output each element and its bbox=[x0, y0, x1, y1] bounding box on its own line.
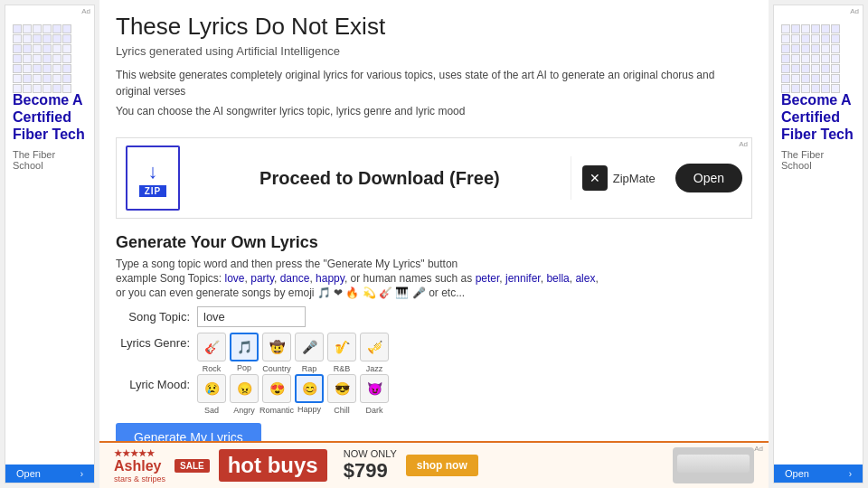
genre-rap-button[interactable]: 🎤Rap bbox=[295, 333, 324, 361]
lyric-mood-label: Lyric Mood: bbox=[116, 374, 197, 391]
bottom-ad-label: Ad bbox=[754, 445, 763, 453]
left-ad-graphic bbox=[13, 24, 80, 88]
right-ad-chevron-icon: › bbox=[849, 469, 852, 479]
main-content: These Lyrics Do Not Exist Lyrics generat… bbox=[99, 0, 769, 488]
inner-ad-proceed-text: Proceed to Download (Free) bbox=[189, 168, 571, 189]
right-ad: Ad Become A Certified Fiber Tech The Fib… bbox=[773, 5, 863, 483]
description-line1: This website generates completely origin… bbox=[116, 67, 752, 99]
example-name-peter[interactable]: peter bbox=[476, 272, 500, 285]
sale-badge: SALE bbox=[175, 459, 210, 473]
ashley-logo: ★★★★★ Ashley stars & stripes bbox=[114, 448, 165, 483]
generate-title: Generate Your Own Lyrics bbox=[116, 233, 752, 252]
example-topic-dance[interactable]: dance bbox=[280, 272, 310, 285]
left-ad-source: The Fiber School bbox=[13, 149, 87, 171]
inner-ad-banner: Ad ↓ ZIP Proceed to Download (Free) ✕ Zi… bbox=[116, 137, 752, 219]
left-ad-title: Become A Certified Fiber Tech bbox=[13, 91, 87, 144]
ashley-stars: ★★★★★ bbox=[114, 448, 155, 458]
example-topic-happy[interactable]: happy bbox=[316, 272, 344, 285]
mattress-image bbox=[673, 447, 754, 483]
generate-instructions: Type a song topic word and then press th… bbox=[116, 258, 752, 270]
ashley-stripes: stars & stripes bbox=[114, 474, 165, 483]
left-ad-open-button[interactable]: Open › bbox=[5, 465, 94, 483]
right-ad-label: Ad bbox=[774, 5, 863, 17]
mood-chill-button[interactable]: 😎Chill bbox=[327, 374, 356, 403]
genre-country-button[interactable]: 🤠Country bbox=[262, 333, 291, 361]
example-topic-party[interactable]: party bbox=[250, 272, 274, 285]
mood-icons-group: 😢Sad 😠Angry 😍Romantic 😊Happy 😎Chill 😈Dar… bbox=[197, 374, 389, 403]
page-wrapper: Ad Become A Certified Fiber Tech The Fib… bbox=[0, 0, 868, 488]
zip-icon-container: ↓ ZIP bbox=[117, 138, 189, 218]
left-ad: Ad Become A Certified Fiber Tech The Fib… bbox=[5, 5, 95, 483]
mood-sad-button[interactable]: 😢Sad bbox=[197, 374, 226, 403]
price-text: $799 bbox=[344, 459, 397, 483]
inner-ad-label: Ad bbox=[739, 140, 748, 148]
left-ad-label: Ad bbox=[5, 5, 94, 17]
right-ad-open-button[interactable]: Open › bbox=[774, 465, 863, 483]
inner-ad-app-name: ZipMate bbox=[613, 172, 656, 185]
genre-jazz-button[interactable]: 🎺Jazz bbox=[360, 333, 389, 361]
zipmate-icon: ✕ bbox=[582, 165, 608, 191]
lyric-mood-row: Lyric Mood: 😢Sad 😠Angry 😍Romantic 😊Happy… bbox=[116, 374, 752, 403]
example-name-alex[interactable]: alex bbox=[575, 272, 595, 285]
lyrics-genre-row: Lyrics Genre: 🎸Rock 🎵Pop 🤠Country 🎤Rap 🎷… bbox=[116, 333, 752, 361]
genre-rock-button[interactable]: 🎸Rock bbox=[197, 333, 226, 361]
example-name-bella[interactable]: bella bbox=[546, 272, 569, 285]
left-ad-chevron-icon: › bbox=[80, 469, 83, 479]
inner-ad-open-button[interactable]: Open bbox=[675, 164, 742, 192]
genre-rnb-button[interactable]: 🎷R&B bbox=[327, 333, 356, 361]
mood-dark-button[interactable]: 😈Dark bbox=[360, 374, 389, 403]
emoji-line: or you can even generate songs by emoji … bbox=[116, 286, 752, 299]
inner-ad-app-info: ✕ ZipMate bbox=[571, 156, 666, 200]
page-subtitle: Lyrics generated using Artificial Intell… bbox=[116, 44, 752, 58]
example-topics-line: example Song Topics: love, party, dance,… bbox=[116, 272, 752, 285]
song-topic-row: Song Topic: bbox=[116, 306, 752, 327]
right-ad-title: Become A Certified Fiber Tech bbox=[781, 91, 855, 144]
zip-label: ZIP bbox=[139, 185, 167, 197]
example-topic-love[interactable]: love bbox=[225, 272, 245, 285]
song-topic-input[interactable] bbox=[197, 306, 306, 327]
right-ad-graphic bbox=[781, 24, 849, 88]
lyrics-genre-label: Lyrics Genre: bbox=[116, 333, 197, 350]
hot-buys-text: hot buys bbox=[219, 449, 327, 482]
ashley-brand: Ashley bbox=[114, 458, 161, 474]
mood-angry-button[interactable]: 😠Angry bbox=[230, 374, 259, 403]
genre-icons-group: 🎸Rock 🎵Pop 🤠Country 🎤Rap 🎷R&B 🎺Jazz bbox=[197, 333, 389, 361]
description-line2: You can choose the AI songwriter lyrics … bbox=[116, 103, 752, 119]
zip-arrow-icon: ↓ bbox=[148, 160, 158, 183]
right-ad-open-label: Open bbox=[785, 468, 809, 479]
page-title: These Lyrics Do Not Exist bbox=[116, 13, 752, 41]
zip-file-icon: ↓ ZIP bbox=[126, 145, 180, 211]
shop-now-button[interactable]: shop now bbox=[406, 455, 478, 476]
now-only-text: NOW ONLY bbox=[344, 448, 397, 459]
example-name-jennifer[interactable]: jennifer bbox=[505, 272, 541, 285]
left-ad-open-label: Open bbox=[16, 468, 41, 479]
right-ad-source: The Fiber School bbox=[781, 149, 855, 171]
top-section: These Lyrics Do Not Exist Lyrics generat… bbox=[99, 0, 769, 130]
mood-romantic-button[interactable]: 😍Romantic bbox=[262, 374, 291, 403]
example-prefix: example Song Topics: bbox=[116, 272, 222, 285]
genre-pop-button[interactable]: 🎵Pop bbox=[230, 333, 259, 361]
bottom-ad: Ad ★★★★★ Ashley stars & stripes SALE hot… bbox=[99, 441, 769, 488]
song-topic-label: Song Topic: bbox=[116, 310, 197, 324]
mood-happy-button[interactable]: 😊Happy bbox=[295, 374, 324, 403]
